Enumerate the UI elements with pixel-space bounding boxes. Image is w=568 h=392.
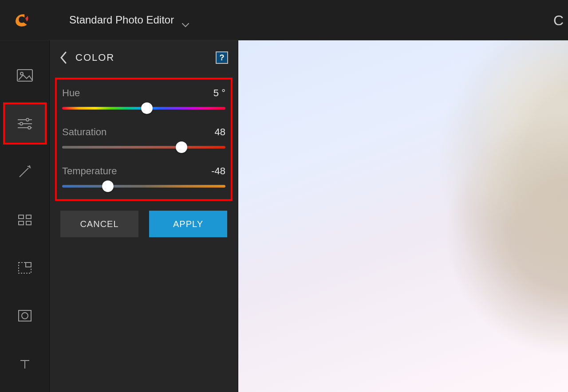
- svg-rect-8: [19, 215, 24, 219]
- rail-image[interactable]: [4, 55, 46, 95]
- svg-point-3: [26, 118, 29, 121]
- text-icon: [16, 355, 34, 373]
- image-icon: [16, 67, 34, 84]
- rail-text[interactable]: [4, 344, 46, 384]
- svg-rect-10: [19, 221, 24, 225]
- app-title-text: Standard Photo Editor: [69, 14, 174, 26]
- saturation-value: 48: [215, 126, 225, 138]
- temperature-slider-group: Temperature -48: [62, 165, 225, 188]
- image-canvas[interactable]: [238, 40, 568, 392]
- wand-icon: [16, 163, 34, 180]
- svg-rect-14: [19, 310, 31, 321]
- help-button[interactable]: ?: [216, 51, 228, 64]
- sliders-icon: [16, 115, 34, 133]
- temperature-value: -48: [211, 165, 225, 177]
- panel-title: COLOR: [75, 52, 114, 63]
- svg-point-5: [20, 122, 23, 125]
- rail-wand[interactable]: [4, 152, 46, 192]
- saturation-thumb[interactable]: [176, 141, 187, 153]
- svg-rect-9: [26, 215, 31, 219]
- rail-sliders[interactable]: [4, 103, 46, 143]
- temperature-label: Temperature: [62, 165, 117, 177]
- resize-icon: [16, 259, 34, 277]
- app-title-dropdown[interactable]: Standard Photo Editor: [69, 14, 189, 26]
- panel-header: COLOR ?: [50, 51, 238, 78]
- sliders-group-highlight: Hue 5 ° Saturation 48: [55, 78, 233, 201]
- hue-slider-group: Hue 5 °: [62, 87, 225, 110]
- topbar-right-control[interactable]: C: [553, 12, 564, 29]
- saturation-label: Saturation: [62, 126, 106, 138]
- back-button[interactable]: [59, 51, 67, 64]
- svg-point-1: [20, 72, 23, 75]
- svg-rect-12: [19, 263, 31, 273]
- panel-actions: CANCEL APPLY: [50, 211, 238, 237]
- hue-value: 5 °: [213, 87, 225, 99]
- hue-slider[interactable]: [62, 107, 225, 110]
- rail-grid[interactable]: [4, 200, 46, 239]
- svg-point-15: [22, 313, 28, 319]
- hue-label: Hue: [62, 87, 80, 99]
- color-panel: COLOR ? Hue 5 ° Saturation: [50, 40, 238, 392]
- tool-rail: [0, 40, 50, 392]
- cancel-button[interactable]: CANCEL: [60, 211, 138, 237]
- hue-thumb[interactable]: [141, 102, 153, 114]
- temperature-thumb[interactable]: [102, 180, 114, 192]
- rail-resize[interactable]: [4, 248, 46, 288]
- chevron-down-icon: [182, 18, 189, 22]
- circle-frame-icon: [16, 307, 34, 325]
- apply-button[interactable]: APPLY: [149, 211, 227, 237]
- app-logo: [13, 12, 29, 28]
- saturation-slider-group: Saturation 48: [62, 126, 225, 149]
- rail-shape[interactable]: [4, 296, 46, 336]
- svg-rect-13: [26, 263, 31, 267]
- svg-point-7: [28, 126, 31, 129]
- temperature-slider[interactable]: [62, 185, 225, 188]
- grid-icon: [16, 211, 34, 228]
- topbar: Standard Photo Editor C: [0, 0, 568, 40]
- svg-rect-11: [26, 221, 31, 225]
- saturation-slider[interactable]: [62, 146, 225, 149]
